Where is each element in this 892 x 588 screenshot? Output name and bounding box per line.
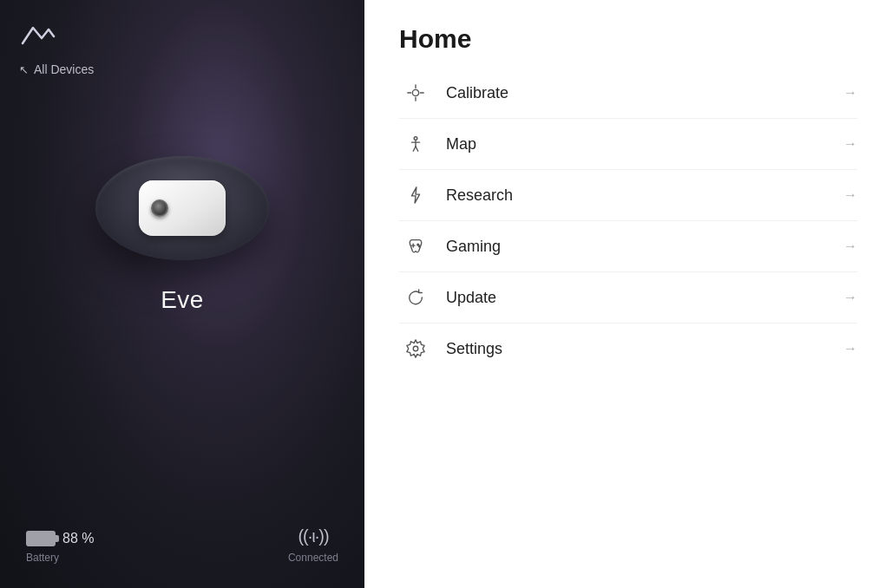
calibrate-label: Calibrate xyxy=(446,84,843,102)
map-label: Map xyxy=(446,135,843,154)
menu-item-map[interactable]: Map → xyxy=(399,119,857,170)
settings-label: Settings xyxy=(446,340,843,358)
research-icon-area xyxy=(399,186,432,205)
map-icon-area xyxy=(399,134,432,154)
battery-row: 88 % xyxy=(26,531,94,546)
battery-percent: 88 % xyxy=(62,531,94,546)
gaming-controller-icon xyxy=(406,237,425,256)
settings-icon-area xyxy=(399,339,432,358)
settings-arrow-icon: → xyxy=(843,341,857,356)
wifi-icon: ((·ι·)) xyxy=(298,526,328,546)
svg-point-0 xyxy=(412,89,418,95)
gaming-icon-area xyxy=(399,237,432,256)
menu-item-research[interactable]: Research → xyxy=(399,170,857,221)
battery-label-text: Battery xyxy=(26,552,94,564)
update-arrow-icon: → xyxy=(843,290,857,305)
update-label: Update xyxy=(446,289,843,307)
calibrate-icon xyxy=(406,83,425,102)
all-devices-link[interactable]: ↖ All Devices xyxy=(19,62,94,76)
update-refresh-icon xyxy=(406,288,425,307)
status-bar: 88 % Battery ((·ι·)) Connected xyxy=(0,526,364,564)
connection-section: ((·ι·)) Connected xyxy=(288,526,338,564)
brand-logo-icon xyxy=(19,19,57,50)
device-container: Eve xyxy=(95,156,269,314)
svg-point-14 xyxy=(413,346,418,351)
battery-icon xyxy=(26,531,56,546)
svg-point-12 xyxy=(417,244,419,245)
right-panel: Home Calibrate → xyxy=(364,0,892,588)
menu-item-settings[interactable]: Settings → xyxy=(399,323,857,374)
device-body xyxy=(139,180,226,236)
battery-section: 88 % Battery xyxy=(26,531,94,564)
update-icon-area xyxy=(399,288,432,307)
menu-item-calibrate[interactable]: Calibrate → xyxy=(399,68,857,119)
research-bolt-icon xyxy=(406,186,425,205)
svg-line-8 xyxy=(413,147,416,152)
settings-gear-icon xyxy=(406,339,425,358)
logo-area: ↖ All Devices xyxy=(19,19,94,76)
gaming-arrow-icon: → xyxy=(843,238,857,254)
device-lens xyxy=(151,199,168,217)
device-platform xyxy=(95,156,269,260)
map-person-icon xyxy=(406,134,425,154)
map-arrow-icon: → xyxy=(843,136,857,152)
connection-label: Connected xyxy=(288,552,338,564)
gaming-label: Gaming xyxy=(446,238,843,256)
calibrate-arrow-icon: → xyxy=(843,85,857,101)
menu-item-update[interactable]: Update → xyxy=(399,272,857,323)
device-name-label: Eve xyxy=(161,286,204,314)
calibrate-icon-area xyxy=(399,83,432,102)
research-label: Research xyxy=(446,186,843,205)
all-devices-label: All Devices xyxy=(34,62,94,76)
page-title: Home xyxy=(399,24,857,54)
back-arrow-icon: ↖ xyxy=(19,63,29,76)
svg-point-13 xyxy=(419,245,421,247)
svg-line-9 xyxy=(416,147,418,152)
menu-item-gaming[interactable]: Gaming → xyxy=(399,221,857,272)
research-arrow-icon: → xyxy=(843,187,857,203)
left-panel: ↖ All Devices Eve 88 % Battery ((·ι·)) C… xyxy=(0,0,364,588)
menu-list: Calibrate → Map → xyxy=(399,68,857,374)
